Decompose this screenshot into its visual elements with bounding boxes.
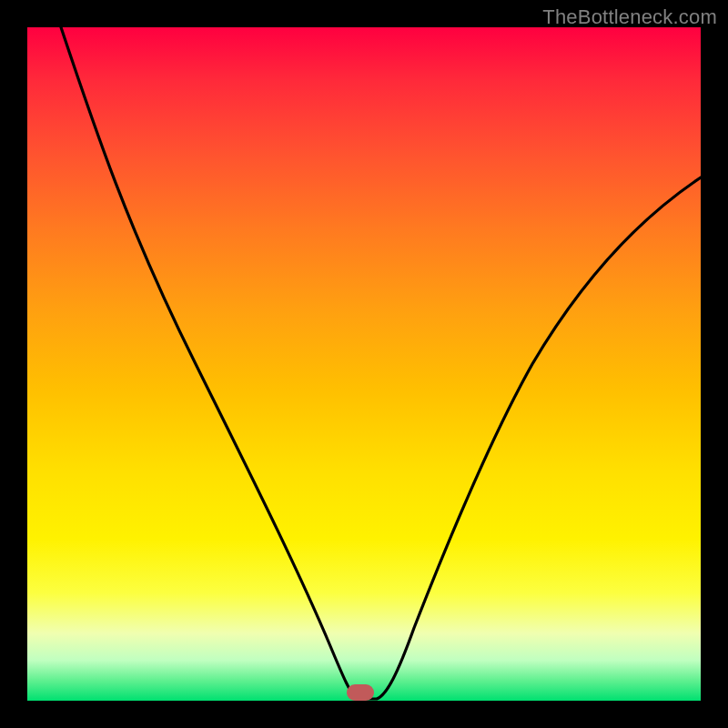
curve-svg <box>27 27 701 701</box>
bottleneck-curve-path <box>61 27 701 699</box>
watermark-text: TheBottleneck.com <box>542 5 717 29</box>
chart-frame: TheBottleneck.com <box>0 0 728 728</box>
plot-area <box>27 27 701 701</box>
optimal-marker <box>347 684 374 701</box>
